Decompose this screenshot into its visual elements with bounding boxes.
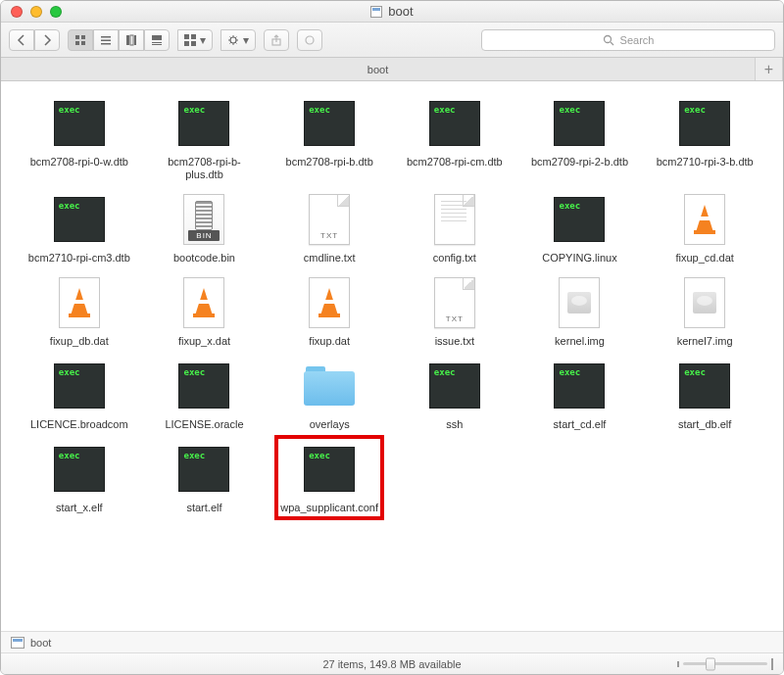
- path-bar: boot: [1, 631, 783, 652]
- file-item[interactable]: TXTcmdline.txt: [269, 191, 390, 265]
- new-tab-button[interactable]: +: [756, 58, 783, 80]
- file-label: bootcode.bin: [150, 252, 258, 265]
- file-label: bcm2708-rpi-b.dtb: [275, 156, 383, 169]
- file-label: start.elf: [150, 502, 258, 514]
- svg-point-20: [604, 35, 611, 42]
- minimize-button[interactable]: [30, 6, 42, 18]
- file-item[interactable]: wpa_supplicant.conf: [269, 441, 390, 514]
- file-label: config.txt: [401, 252, 509, 265]
- file-label: bcm2708-rpi-0-w.dtb: [25, 156, 133, 169]
- action-group: ▾: [220, 29, 256, 51]
- exec-icon: [554, 197, 605, 242]
- svg-rect-8: [130, 35, 133, 45]
- exec-icon: [304, 101, 355, 146]
- file-item[interactable]: fixup_cd.dat: [644, 191, 765, 265]
- file-item[interactable]: TXTissue.txt: [394, 274, 515, 348]
- tags-button[interactable]: [297, 29, 322, 51]
- file-item[interactable]: kernel7.img: [644, 274, 765, 348]
- cone-icon: [59, 277, 100, 328]
- exec-icon: [429, 363, 480, 409]
- file-item[interactable]: bcm2710-rpi-cm3.dtb: [19, 191, 140, 265]
- file-item[interactable]: kernel.img: [519, 274, 641, 348]
- path-segment[interactable]: boot: [30, 637, 51, 649]
- volume-icon: [370, 6, 382, 18]
- search-icon: [603, 34, 614, 46]
- file-icon-wrap: [670, 358, 739, 414]
- icon-size-slider[interactable]: [677, 658, 773, 670]
- file-item[interactable]: BINbootcode.bin: [144, 191, 266, 265]
- file-item[interactable]: overlays: [269, 358, 390, 431]
- file-grid-container[interactable]: bcm2708-rpi-0-w.dtbbcm2708-rpi-b-plus.dt…: [1, 81, 783, 631]
- file-item[interactable]: LICENCE.broadcom: [19, 358, 140, 431]
- file-item[interactable]: fixup.dat: [269, 274, 390, 348]
- zoom-button[interactable]: [50, 6, 62, 18]
- tab-boot[interactable]: boot: [1, 58, 756, 80]
- file-item[interactable]: start_cd.elf: [519, 358, 641, 431]
- file-item[interactable]: bcm2708-rpi-b.dtb: [269, 95, 390, 181]
- file-icon-wrap: BIN: [170, 191, 238, 248]
- file-icon-wrap: [170, 95, 238, 152]
- exec-icon: [178, 447, 229, 492]
- slider-thumb[interactable]: [706, 657, 715, 670]
- exec-icon: [679, 101, 730, 146]
- svg-rect-12: [152, 44, 162, 45]
- file-item[interactable]: start_db.elf: [644, 358, 765, 431]
- tab-bar: boot +: [1, 58, 783, 81]
- arrange-button[interactable]: ▾: [177, 29, 213, 51]
- file-label: ssh: [401, 418, 509, 431]
- file-item[interactable]: fixup_x.dat: [144, 274, 266, 348]
- exec-icon: [178, 363, 229, 409]
- exec-icon: [429, 101, 480, 146]
- file-label: LICENCE.broadcom: [25, 418, 133, 431]
- svg-rect-11: [152, 42, 162, 43]
- file-item[interactable]: config.txt: [394, 191, 515, 265]
- share-button[interactable]: [264, 29, 289, 51]
- forward-button[interactable]: [34, 29, 60, 51]
- file-item[interactable]: bcm2708-rpi-cm.dtb: [394, 95, 515, 181]
- file-item[interactable]: COPYING.linux: [519, 191, 641, 265]
- svg-rect-30: [193, 313, 215, 317]
- file-item[interactable]: bcm2708-rpi-b-plus.dtb: [144, 95, 266, 181]
- img-icon: [684, 277, 725, 328]
- file-item[interactable]: start.elf: [144, 441, 266, 514]
- file-icon-wrap: [545, 358, 613, 414]
- svg-line-21: [611, 42, 613, 45]
- file-item[interactable]: start_x.elf: [19, 441, 140, 514]
- svg-rect-5: [101, 39, 111, 41]
- zoom-max-icon: [771, 658, 773, 670]
- volume-icon: [11, 637, 24, 649]
- coverflow-view-button[interactable]: [144, 29, 170, 51]
- file-item[interactable]: LICENSE.oracle: [144, 358, 266, 431]
- file-label: fixup_x.dat: [150, 335, 258, 348]
- file-item[interactable]: bcm2709-rpi-2-b.dtb: [519, 95, 641, 181]
- svg-rect-24: [694, 230, 715, 234]
- file-icon-wrap: [670, 274, 739, 331]
- file-label: LICENSE.oracle: [150, 418, 258, 431]
- file-item[interactable]: bcm2708-rpi-0-w.dtb: [19, 95, 140, 181]
- exec-icon: [679, 363, 730, 409]
- folder-icon: [302, 364, 357, 408]
- file-icon-wrap: [420, 358, 489, 414]
- file-item[interactable]: fixup_db.dat: [19, 274, 140, 348]
- list-view-button[interactable]: [93, 29, 119, 51]
- file-label: kernel.img: [525, 335, 633, 348]
- svg-rect-3: [81, 41, 85, 45]
- svg-rect-4: [101, 36, 111, 38]
- file-item[interactable]: ssh: [394, 358, 515, 431]
- chevron-down-icon: ▾: [200, 33, 206, 47]
- icon-view-button[interactable]: [68, 29, 93, 51]
- file-label: bcm2710-rpi-3-b.dtb: [651, 156, 759, 169]
- svg-rect-15: [184, 41, 189, 46]
- txt-icon: TXT: [434, 277, 475, 328]
- slider-track[interactable]: [683, 662, 767, 665]
- status-bar: 27 items, 149.8 MB available: [1, 652, 783, 674]
- file-grid: bcm2708-rpi-0-w.dtbbcm2708-rpi-b-plus.dt…: [1, 81, 783, 530]
- svg-rect-13: [184, 34, 189, 39]
- toolbar: ▾ ▾ Search: [1, 23, 783, 58]
- column-view-button[interactable]: [119, 29, 144, 51]
- back-button[interactable]: [9, 29, 34, 51]
- close-button[interactable]: [11, 6, 23, 18]
- search-field[interactable]: Search: [481, 29, 775, 51]
- file-item[interactable]: bcm2710-rpi-3-b.dtb: [644, 95, 765, 181]
- action-button[interactable]: ▾: [220, 29, 256, 51]
